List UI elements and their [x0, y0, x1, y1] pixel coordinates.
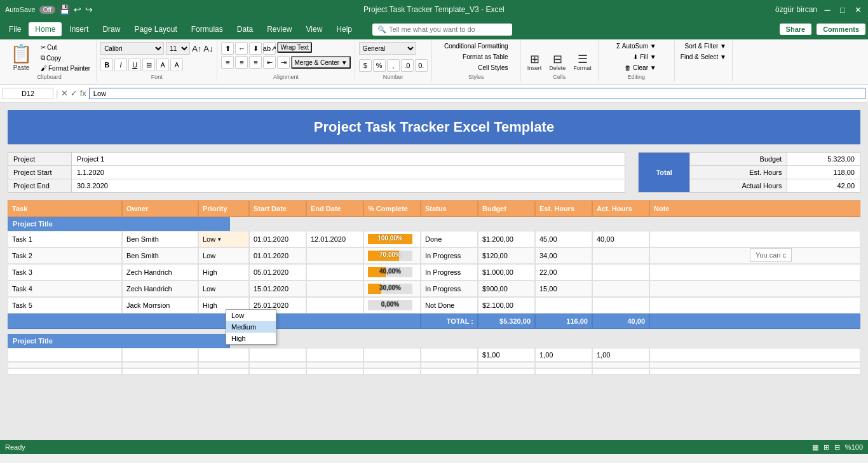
task2-end[interactable] [306, 247, 363, 264]
p2-task3-est-hours[interactable] [535, 368, 592, 375]
task5-note[interactable] [649, 297, 860, 314]
bold-button[interactable]: B [100, 59, 113, 71]
orientation-button[interactable]: ab↗ [263, 42, 276, 55]
p2-task1-budget[interactable]: $1,00 [478, 348, 535, 362]
p2-task3-note[interactable] [649, 368, 860, 375]
p2-task1-start[interactable] [249, 348, 306, 362]
task3-name[interactable]: Task 3 [8, 264, 122, 280]
task1-est-hours[interactable]: 45,00 [535, 231, 592, 247]
task1-priority[interactable]: Low ▼ [198, 231, 249, 247]
clear-button[interactable]: 🗑 Clear ▼ [623, 64, 658, 72]
decrease-indent-button[interactable]: ⇤ [263, 56, 276, 69]
comma-btn[interactable]: , [387, 59, 400, 72]
task5-end[interactable] [306, 297, 363, 314]
menu-page-layout[interactable]: Page Layout [128, 22, 183, 36]
close-btn[interactable]: ✕ [853, 4, 863, 15]
format-painter-button[interactable]: 🖌 Format Painter [39, 64, 92, 73]
task2-budget[interactable]: $120,00 [478, 247, 535, 264]
p2-task1-end[interactable] [306, 348, 363, 362]
align-center-button[interactable]: ≡ [235, 56, 248, 69]
project-value[interactable]: Project 1 [72, 153, 625, 166]
paste-button[interactable]: 📋 Paste [6, 42, 36, 73]
p2-task2-priority[interactable] [198, 362, 249, 368]
formula-input[interactable] [89, 88, 865, 99]
align-bottom-button[interactable]: ⬇ [249, 42, 262, 55]
delete-button[interactable]: ⊟ Delete [546, 52, 568, 73]
align-right-button[interactable]: ≡ [249, 56, 262, 69]
task5-owner[interactable]: Jack Morrsion [122, 297, 198, 314]
task5-budget[interactable]: $2.100,00 [478, 297, 535, 314]
view-page-break-icon[interactable]: ⊟ [834, 443, 840, 452]
p2-task3-end[interactable] [306, 368, 363, 375]
wrap-text-button[interactable]: Wrap Text [277, 42, 312, 53]
formula-insert-icon[interactable]: fx [80, 88, 86, 98]
project-start-value[interactable]: 1.1.2020 [72, 166, 625, 179]
view-page-layout-icon[interactable]: ⊞ [824, 443, 829, 452]
redo-icon[interactable]: ↪ [85, 4, 93, 15]
p2-task2-status[interactable] [421, 362, 478, 368]
search-input[interactable] [389, 25, 503, 33]
percent-btn[interactable]: % [373, 59, 386, 72]
budget-value[interactable]: 5.323,00 [787, 153, 860, 166]
align-left-button[interactable]: ≡ [221, 56, 234, 69]
task5-act-hours[interactable] [592, 297, 649, 314]
dropdown-medium[interactable]: Medium [226, 321, 276, 333]
copy-button[interactable]: ⧉ Copy [39, 53, 92, 62]
font-size-select[interactable]: 11 [166, 42, 190, 55]
menu-file[interactable]: File [3, 22, 27, 36]
cell-styles-button[interactable]: Cell Styles [476, 64, 510, 72]
task1-owner[interactable]: Ben Smith [122, 231, 198, 247]
task4-owner[interactable]: Zech Handrich [122, 280, 198, 297]
task3-owner[interactable]: Zech Handrich [122, 264, 198, 280]
number-format-select[interactable]: General [359, 42, 416, 55]
p2-task1-est-hours[interactable]: 1,00 [535, 348, 592, 362]
autosum-button[interactable]: Σ AutoSum ▼ [614, 42, 658, 50]
merge-center-button[interactable]: Merge & Center ▼ [291, 56, 350, 69]
fill-color-button[interactable]: A [156, 59, 169, 71]
project-end-value[interactable]: 30.3.2020 [72, 179, 625, 193]
menu-insert[interactable]: Insert [63, 22, 95, 36]
task1-end[interactable]: 12.01.2020 [306, 231, 363, 247]
autosave-toggle[interactable]: Off [39, 6, 55, 14]
menu-help[interactable]: Help [330, 22, 358, 36]
task2-name[interactable]: Task 2 [8, 247, 122, 264]
comments-button[interactable]: Comments [817, 24, 865, 35]
view-normal-icon[interactable]: ▦ [812, 443, 818, 452]
align-top-button[interactable]: ⬆ [221, 42, 234, 55]
task4-status[interactable]: In Progress [421, 280, 478, 297]
increase-font-icon[interactable]: A↑ [192, 44, 201, 53]
task1-status[interactable]: Done [421, 231, 478, 247]
minimize-btn[interactable]: ─ [822, 4, 832, 15]
task4-start[interactable]: 15.01.2020 [249, 280, 306, 297]
currency-btn[interactable]: $ [359, 59, 372, 72]
task1-name[interactable]: Task 1 [8, 231, 122, 247]
task3-end[interactable] [306, 264, 363, 280]
p2-task3-name[interactable] [8, 368, 122, 375]
task2-status[interactable]: In Progress [421, 247, 478, 264]
p2-task2-est-hours[interactable] [535, 362, 592, 368]
task3-est-hours[interactable]: 22,00 [535, 264, 592, 280]
fill-button[interactable]: ⬇ Fill ▼ [631, 53, 658, 61]
est-hours-value[interactable]: 118,00 [787, 166, 860, 179]
task3-act-hours[interactable] [592, 264, 649, 280]
insert-button[interactable]: ⊞ Insert [525, 52, 545, 73]
task5-est-hours[interactable] [535, 297, 592, 314]
task4-end[interactable] [306, 280, 363, 297]
menu-home[interactable]: Home [29, 22, 62, 36]
menu-formulas[interactable]: Formulas [185, 22, 229, 36]
task1-act-hours[interactable]: 40,00 [592, 231, 649, 247]
p2-task1-status[interactable] [421, 348, 478, 362]
menu-draw[interactable]: Draw [96, 22, 126, 36]
format-button[interactable]: ☰ Format [571, 52, 594, 73]
task3-note[interactable] [649, 264, 860, 280]
task5-name[interactable]: Task 5 [8, 297, 122, 314]
p2-task1-act-hours[interactable]: 1,00 [592, 348, 649, 362]
task1-note[interactable] [649, 231, 860, 247]
search-box[interactable]: 🔍 [372, 24, 512, 36]
task2-owner[interactable]: Ben Smith [122, 247, 198, 264]
border-button[interactable]: ⊞ [142, 59, 155, 71]
p2-task1-name[interactable] [8, 348, 122, 362]
task4-note[interactable] [649, 280, 860, 297]
task3-status[interactable]: In Progress [421, 264, 478, 280]
p2-task2-name[interactable] [8, 362, 122, 368]
